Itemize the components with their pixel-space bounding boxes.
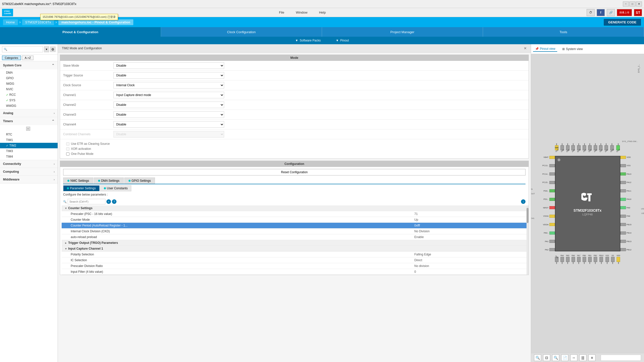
param-internal-clock-div[interactable]: Internal Clock Division (CKD) No Divisio… [62,229,527,234]
toolbar-search-input[interactable] [601,355,641,361]
tree-item-tim1[interactable]: TIM1 [0,137,58,143]
fit-view-button[interactable]: ⊡ [543,354,550,361]
section-middleware-header[interactable]: Middleware › [0,176,58,183]
tab-gpio-settings[interactable]: GPIO Settings [124,177,155,184]
section-analog-header[interactable]: Analog › [0,109,58,117]
counter-settings-group[interactable]: ▼Counter Settings [62,205,527,211]
tree-item-nvic[interactable]: NVIC [0,86,58,92]
params-scrollbar[interactable] [527,205,529,275]
param-prescaler-div[interactable]: Prescaler Division Ratio No division [62,263,527,269]
params-info-btn2[interactable]: ? [112,199,116,204]
input-capture-group[interactable]: ▼Input Capture Channel 1 [62,246,527,252]
params-info-btn1[interactable]: + [106,199,111,204]
tree-item-tim4[interactable]: TIM4 [0,154,58,159]
tree-item-sys[interactable]: ✓SYS [0,98,58,103]
list-button[interactable]: ≡ [588,354,595,361]
param-prescaler[interactable]: Prescaler (PSC - 16 bits value) 71 [62,211,527,217]
tree-item-dma[interactable]: DMA [0,70,58,75]
pin-pb3-top: PB3 [605,143,608,153]
tab-pinout-view[interactable]: 📌 Pinout view [533,46,557,52]
broadcast-btn[interactable]: 插播上传 [617,9,632,16]
sub-tab-pinout[interactable]: ▼Pinout [328,37,356,44]
zoom-out-button[interactable]: 🔍 [534,354,541,361]
one-pulse-checkbox[interactable] [66,152,69,156]
param-polarity[interactable]: Polarity Selection Falling Edge [62,252,527,257]
section-timers-header[interactable]: Timers ⌃ [0,117,58,125]
reset-config-button[interactable]: Reset Configuration [63,169,526,175]
center-scroll-area[interactable]: Mode Slave Mode Disable Trigger Source [58,53,531,362]
tree-item-gpio[interactable]: GPIO [0,75,58,81]
generate-code-button[interactable]: GENERATE CODE [604,19,641,26]
param-auto-reload[interactable]: auto-reload preload Enable [62,234,527,240]
settings-icon[interactable]: ⚙ [50,47,56,52]
section-computing-header[interactable]: Computing › [0,168,58,175]
timers-collapse-btn[interactable]: − [26,127,30,131]
tree-item-rtc[interactable]: RTC [0,132,58,137]
xor-checkbox[interactable] [66,147,69,151]
params-help-icon[interactable]: i [521,199,526,204]
export-button[interactable]: 📄 [561,354,568,361]
tab-pinout-config[interactable]: Pinout & Configuration [0,27,161,37]
section-connectivity-header[interactable]: Connectivity › [0,160,58,168]
tab-parameter-settings[interactable]: Parameter Settings [63,185,100,191]
menu-help[interactable]: Help [317,10,328,15]
timer-icon[interactable]: ⏱ [587,9,595,16]
tab-nmc-settings[interactable]: NMC Settings [63,177,93,184]
pin-pa0-tim2ch1[interactable]: PA0.. [540,232,555,235]
breadcrumb-home[interactable]: Home [3,19,18,25]
param-counter-mode[interactable]: Counter Mode Up [62,217,527,223]
tab-project-manager[interactable]: Project Manager [322,27,483,37]
facebook-icon[interactable]: f [597,9,605,16]
channel1-select[interactable]: Input Capture direct mode [113,92,224,98]
filter-a-to-z[interactable]: A->Z [22,56,33,60]
maximize-button[interactable]: □ [629,2,635,7]
params-search-input[interactable] [68,199,105,204]
menu-window[interactable]: Window [294,10,309,15]
category-search[interactable]: 🔍 [2,46,43,52]
tab-dma-settings[interactable]: DMA Settings [94,177,124,184]
tab-tools[interactable]: Tools [483,27,644,37]
tree-item-tim2[interactable]: ✓TIM2 [0,143,58,148]
channel2-select[interactable]: Disable [113,102,224,108]
section-system-core: System Core ⌃ DMA GPIO IWDG NVIC ✓RCC ✓S… [0,61,58,109]
param-counter-period[interactable]: Counter Period (AutoReload Register - 1.… [62,223,527,229]
param-ic-selection[interactable]: IC Selection Direct [62,257,527,263]
tab-clock-config[interactable]: Clock Configuration [161,27,322,37]
ic-selection-label: IC Selection [62,257,411,263]
tree-item-wwdg[interactable]: WWDG [0,103,58,109]
layout-button[interactable]: ↔ [570,354,577,361]
close-panel-icon[interactable]: ✕ [524,46,527,50]
search-dropdown[interactable]: ▾ [44,46,49,52]
slave-mode-select[interactable]: Disable [113,62,224,69]
section-system-core-header[interactable]: System Core ⌃ [0,61,58,69]
param-input-filter[interactable]: Input Filter (4 bits value) 0 [62,269,527,275]
tab-user-constants[interactable]: User Constants [100,185,132,191]
tree-item-rcc[interactable]: ✓RCC [0,92,58,98]
mode-row-ch4: Channel4 Disable [60,120,529,129]
etr-checkbox[interactable] [66,142,69,146]
pin-pa10-usart-rx[interactable]: PA10 [620,198,635,201]
channel4-select[interactable]: Disable [113,121,224,128]
clock-source-select[interactable]: Internal Clock [113,82,224,88]
menu-file[interactable]: File [277,10,286,15]
pin-pa9-usart-tx[interactable]: PA9 [620,206,635,209]
combined-channels-select[interactable]: Disable [113,131,224,138]
tree-item-iwdg[interactable]: IWDG [0,81,58,86]
columns-button[interactable]: ||| [579,354,586,361]
close-button[interactable]: ✕ [636,2,642,7]
tab-system-view[interactable]: ⊞ System view [560,46,585,52]
bottom-toolbar: 🔍 ⊡ 🔍 📄 ↔ ||| ≡ [531,353,644,362]
tree-item-tim3[interactable]: TIM3 [0,148,58,154]
channel3-select[interactable]: Disable [113,111,224,118]
link-icon[interactable]: 🔗 [607,9,615,16]
minimize-button[interactable]: − [623,2,629,7]
ic-selection-value: Direct [411,257,527,263]
params-scrollbar-thumb[interactable] [527,208,529,223]
bottom-pins-row: PA3 PA4 PA5 PA6 [555,251,620,264]
trigger-source-select[interactable]: Disable [113,72,224,79]
filter-categories[interactable]: Categories [2,56,21,60]
dma-label: DMA Settings [101,179,119,183]
sub-tab-software-packs[interactable]: ▼Software Packs [288,37,328,44]
trigger-output-group[interactable]: ►Trigger Output (TRGO) Parameters [62,240,527,246]
zoom-in-button[interactable]: 🔍 [552,354,559,361]
